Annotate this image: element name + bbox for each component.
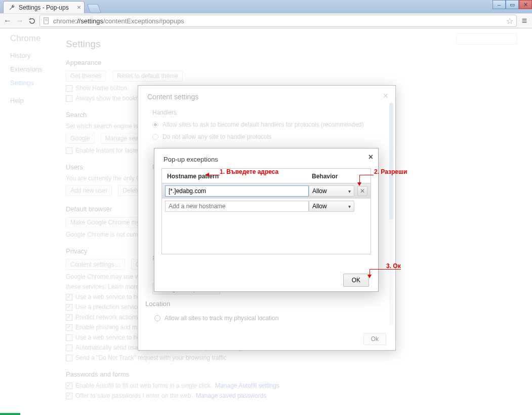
annotation-3: 3. Ок	[386, 262, 401, 270]
button: Get themes	[66, 70, 106, 82]
button: Reset to default theme	[112, 70, 183, 82]
behavior-select[interactable]: Allow	[309, 185, 354, 197]
window-minimize-button[interactable]: –	[493, 0, 506, 9]
table-row-new[interactable]: Allow	[162, 199, 371, 214]
forward-icon[interactable]: →	[15, 16, 24, 25]
label: Enable Autofill to fill out web forms in…	[75, 382, 212, 389]
browser-tab-settings[interactable]: Settings - Pop-ups ×	[3, 1, 85, 13]
window-close-button[interactable]: ✕	[519, 0, 532, 9]
wrench-icon	[9, 4, 16, 11]
brand-label: Chrome	[10, 33, 51, 44]
new-hostname-input[interactable]	[165, 201, 309, 212]
toolbar: ← → chrome://settings/contentExceptions#…	[0, 13, 532, 28]
address-bar[interactable]: chrome://settings/contentExceptions#popu…	[39, 15, 517, 27]
link: Manage Autofill settings	[215, 382, 279, 389]
tab-close-icon[interactable]: ×	[77, 4, 81, 11]
section-title: Appearance	[66, 59, 522, 66]
url-path: /contentExceptions#popups	[103, 17, 184, 25]
reload-icon[interactable]	[27, 16, 36, 25]
button: Content settings…	[66, 259, 125, 270]
sidebar-item: Extensions	[10, 65, 51, 73]
label: these services. Learn more	[66, 283, 139, 290]
button: Add new user	[66, 185, 112, 196]
page-icon	[43, 17, 50, 24]
sidebar-item: Help	[10, 97, 51, 104]
column-header-behavior: Behavior	[310, 173, 365, 180]
exceptions-table: Hostname pattern Behavior Allow ✕ Allow	[161, 168, 371, 254]
annotation-2: 2. Разреши	[374, 168, 407, 175]
table-row[interactable]: Allow ✕	[162, 183, 371, 199]
url-host: ://settings	[75, 17, 103, 25]
tab-strip: Settings - Pop-ups ×	[0, 0, 532, 13]
sidebar-item: Settings	[10, 79, 51, 87]
chrome-menu-icon[interactable]: ≡	[520, 16, 529, 25]
close-icon[interactable]: ×	[369, 153, 373, 162]
select-value: Allow	[312, 187, 327, 195]
status-bar	[0, 413, 20, 415]
select: Google	[66, 133, 95, 144]
select-value: Allow	[312, 203, 327, 210]
remove-row-icon[interactable]: ✕	[357, 186, 367, 196]
annotation-1: 1. Въведете адреса	[220, 168, 278, 175]
label: Offer to save passwords I enter on the w…	[75, 392, 193, 399]
bookmark-star-icon[interactable]: ☆	[506, 16, 513, 26]
dialog-title: Pop-up exceptions	[154, 148, 378, 168]
label: Send a "Do Not Track" request with your …	[75, 354, 226, 361]
new-tab-button[interactable]	[87, 4, 101, 13]
behavior-select[interactable]: Allow	[309, 201, 354, 212]
page-title: Settings	[66, 39, 522, 50]
url-scheme: chrome	[53, 17, 75, 25]
sidebar-item: History	[10, 52, 51, 59]
section-title: Passwords and forms	[66, 370, 522, 378]
window-maximize-button[interactable]: ▭	[506, 0, 519, 9]
ok-button[interactable]: OK	[343, 274, 369, 287]
hostname-input[interactable]	[165, 185, 309, 197]
tab-title: Settings - Pop-ups	[19, 4, 69, 11]
link: Manage saved passwords	[196, 392, 266, 399]
label: Show Home button	[75, 85, 127, 92]
back-icon[interactable]: ←	[3, 16, 12, 25]
